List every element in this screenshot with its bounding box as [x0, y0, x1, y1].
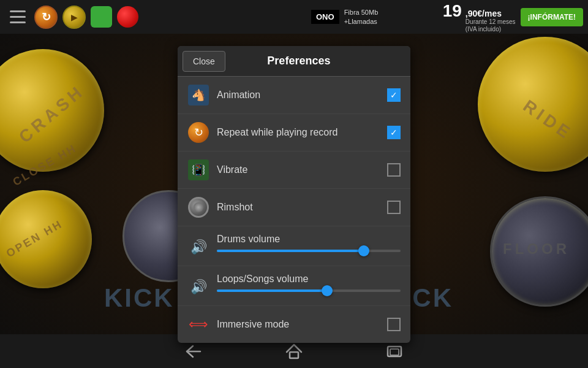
svg-rect-6 [390, 349, 399, 355]
immersive-checkbox[interactable] [387, 318, 401, 331]
loops-volume-track[interactable] [217, 289, 401, 292]
drums-volume-item[interactable]: 🔊 Drums volume [178, 226, 410, 266]
drums-volume-thumb[interactable] [358, 245, 369, 256]
vibrate-checkbox[interactable] [387, 163, 401, 177]
loops-volume-fill [217, 289, 327, 292]
vibrate-preference-item[interactable]: 📳 Vibrate [178, 151, 410, 189]
rimshot-checkbox[interactable] [387, 201, 401, 214]
drums-volume-label: Drums volume [217, 234, 401, 245]
menu-icon [10, 10, 26, 24]
rimshot-icon [187, 196, 209, 218]
repeat-preference-item[interactable]: ↻ Repeat while playing record ✓ [178, 114, 410, 151]
animation-icon: 🐴 [187, 84, 209, 106]
drums-volume-fill [217, 250, 364, 252]
sync-button[interactable]: ↻ [34, 6, 58, 29]
svg-rect-2 [10, 21, 26, 23]
drums-volume-track[interactable] [217, 250, 401, 252]
animation-preference-item[interactable]: 🐴 Animation ✓ [178, 77, 410, 114]
ad-price: 19 [443, 1, 462, 21]
animation-checkbox[interactable]: ✓ [387, 88, 401, 102]
drums-volume-icon: 🔊 [187, 236, 209, 258]
menu-button[interactable] [6, 6, 29, 29]
ad-detail1: Durante 12 meses [466, 18, 516, 26]
immersive-icon: ⟺ [187, 313, 209, 335]
ad-decimal: ,90€/mes [466, 9, 502, 18]
loops-volume-label: Loops/Songs volume [217, 274, 401, 285]
ad-detail2: (IVA incluido) [466, 26, 501, 33]
preferences-overlay: Close Preferences 🐴 Animation ✓ ↻ Repeat… [0, 34, 588, 334]
vibrate-label: Vibrate [217, 164, 387, 175]
red-button[interactable] [117, 6, 138, 28]
svg-rect-1 [10, 16, 26, 18]
vibrate-icon: 📳 [187, 159, 209, 181]
repeat-icon: ↻ [187, 121, 209, 144]
animation-label: Animation [217, 90, 387, 101]
ad-text: Fibra 50Mb +Llamadas [344, 8, 440, 26]
ad-line2: +Llamadas [344, 17, 440, 26]
svg-rect-4 [290, 352, 298, 358]
preferences-title: Preferences [230, 55, 410, 67]
rimshot-label: Rimshot [217, 202, 387, 213]
immersive-label: Immersive mode [217, 319, 387, 330]
loops-volume-container: Loops/Songs volume [217, 274, 401, 292]
repeat-label: Repeat while playing record [217, 127, 387, 138]
loops-volume-item[interactable]: 🔊 Loops/Songs volume [178, 266, 410, 306]
record-button[interactable]: ▶ [62, 6, 86, 29]
loops-volume-thumb[interactable] [322, 285, 333, 296]
ad-line1: Fibra 50Mb [344, 8, 440, 17]
home-icon [285, 343, 303, 359]
close-button[interactable]: Close [183, 51, 225, 72]
loops-volume-icon: 🔊 [187, 276, 209, 298]
green-button[interactable] [91, 6, 112, 28]
preferences-dialog: Close Preferences 🐴 Animation ✓ ↻ Repeat… [178, 46, 410, 343]
drums-volume-container: Drums volume [217, 234, 401, 252]
ad-brand: ONO [311, 10, 339, 24]
rimshot-preference-item[interactable]: Rimshot [178, 189, 410, 226]
ad-banner: ONO Fibra 50Mb +Llamadas 19 ,90€/mes Dur… [306, 0, 588, 34]
recent-icon [386, 344, 403, 359]
back-icon [184, 344, 203, 359]
ad-button[interactable]: ¡INFÓRMATE! [521, 8, 583, 26]
svg-rect-0 [10, 10, 26, 12]
repeat-checkbox[interactable]: ✓ [387, 126, 401, 139]
immersive-preference-item[interactable]: ⟺ Immersive mode [178, 306, 410, 343]
preferences-header: Close Preferences [178, 46, 410, 77]
